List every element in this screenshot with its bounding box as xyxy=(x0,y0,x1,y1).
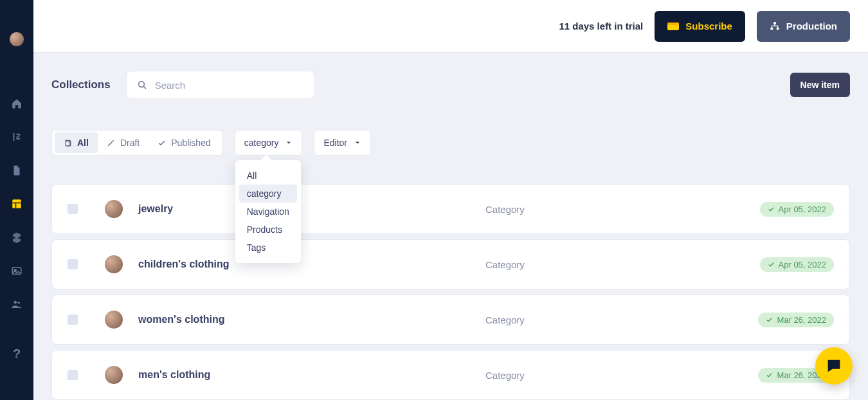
collections-icon[interactable] xyxy=(11,198,23,212)
chat-fab[interactable] xyxy=(815,347,853,385)
table-row[interactable]: children's clothingCategoryApr 05, 2022 xyxy=(51,239,850,289)
row-title: men's clothing xyxy=(138,369,485,381)
check-icon xyxy=(766,372,773,379)
check-icon xyxy=(158,139,166,147)
row-checkbox[interactable] xyxy=(68,204,78,214)
status-filter-group: All Draft Published xyxy=(51,130,223,156)
header-row: Collections New item xyxy=(51,71,850,99)
row-date-badge: Mar 26, 2022 xyxy=(758,313,834,327)
filter-published[interactable]: Published xyxy=(149,132,220,153)
credit-card-icon xyxy=(667,23,679,30)
row-checkbox[interactable] xyxy=(68,259,78,269)
stack-icon xyxy=(64,139,72,147)
help-icon[interactable]: ? xyxy=(13,347,21,361)
sidebar-nav xyxy=(11,98,23,313)
home-icon[interactable] xyxy=(11,98,23,112)
category-option[interactable]: category xyxy=(239,185,297,203)
editor-filter-label: Editor xyxy=(323,138,347,148)
svg-point-6 xyxy=(17,302,20,304)
row-date: Mar 26, 2022 xyxy=(777,315,826,325)
users-icon[interactable] xyxy=(11,298,23,313)
topbar: 11 days left in trial Subscribe Producti… xyxy=(33,0,868,53)
table-row[interactable]: women's clothingCategoryMar 26, 2022 xyxy=(51,295,850,345)
search-input[interactable] xyxy=(155,80,304,91)
category-option[interactable]: Tags xyxy=(239,239,297,257)
svg-rect-0 xyxy=(12,199,21,208)
svg-rect-8 xyxy=(770,28,773,30)
row-date: Apr 05, 2022 xyxy=(779,260,826,269)
check-icon xyxy=(768,206,775,213)
category-filter[interactable]: category AllcategoryNavigationProductsTa… xyxy=(235,130,303,156)
row-date-badge: Apr 05, 2022 xyxy=(760,257,834,272)
svg-line-11 xyxy=(143,87,145,89)
category-option[interactable]: All xyxy=(239,167,297,185)
row-date-badge: Apr 05, 2022 xyxy=(760,202,834,217)
table-row[interactable]: men's clothingCategoryMar 26, 2022 xyxy=(51,350,850,400)
production-button[interactable]: Production xyxy=(757,11,850,42)
svg-rect-9 xyxy=(776,28,779,30)
row-title: jewelry xyxy=(138,203,485,215)
row-avatar xyxy=(105,311,123,329)
chevron-down-icon xyxy=(285,139,293,147)
row-category: Category xyxy=(485,259,760,270)
new-item-button[interactable]: New item xyxy=(790,73,850,97)
avatar[interactable] xyxy=(10,32,24,46)
content: Collections New item All Draft Publi xyxy=(33,53,868,400)
subscribe-label: Subscribe xyxy=(685,21,732,32)
filter-all[interactable]: All xyxy=(55,132,98,153)
check-icon xyxy=(768,261,775,268)
row-category: Category xyxy=(485,204,760,215)
category-filter-label: category xyxy=(244,138,279,148)
chat-icon xyxy=(825,357,843,375)
row-avatar xyxy=(105,200,123,218)
table-row[interactable]: jewelryCategoryApr 05, 2022 xyxy=(51,184,850,234)
filter-draft-label: Draft xyxy=(120,138,140,148)
subscribe-button[interactable]: Subscribe xyxy=(655,11,745,42)
category-dropdown: AllcategoryNavigationProductsTags xyxy=(235,160,301,263)
check-icon xyxy=(766,316,773,323)
sitemap-icon xyxy=(770,21,780,32)
filter-published-label: Published xyxy=(171,138,211,148)
row-avatar xyxy=(105,366,123,384)
category-option[interactable]: Navigation xyxy=(239,203,297,221)
trial-text: 11 days left in trial xyxy=(559,21,643,32)
main: 11 days left in trial Subscribe Producti… xyxy=(33,0,868,400)
chevron-down-icon xyxy=(354,139,361,147)
sidebar: ? xyxy=(0,0,33,400)
editor-filter[interactable]: Editor xyxy=(314,130,371,156)
row-category: Category xyxy=(485,370,758,381)
blog-icon[interactable] xyxy=(11,131,23,145)
row-checkbox[interactable] xyxy=(68,370,78,380)
filters-row: All Draft Published category Allcategory… xyxy=(51,130,850,156)
search-wrap[interactable] xyxy=(126,71,315,99)
row-title: children's clothing xyxy=(138,259,485,270)
svg-rect-7 xyxy=(773,22,776,24)
svg-point-10 xyxy=(138,82,144,87)
media-icon[interactable] xyxy=(11,265,23,279)
filter-all-label: All xyxy=(77,138,89,148)
search-icon xyxy=(137,80,147,90)
row-date: Apr 05, 2022 xyxy=(779,205,826,214)
pencil-icon xyxy=(107,139,115,147)
svg-point-5 xyxy=(14,301,17,304)
filter-draft[interactable]: Draft xyxy=(98,132,149,153)
row-checkbox[interactable] xyxy=(68,314,78,325)
row-category: Category xyxy=(485,314,758,325)
production-label: Production xyxy=(786,21,837,32)
category-option[interactable]: Products xyxy=(239,221,297,239)
row-title: women's clothing xyxy=(138,314,485,325)
document-icon[interactable] xyxy=(11,165,23,179)
rows-list: jewelryCategoryApr 05, 2022children's cl… xyxy=(51,184,850,400)
page-title: Collections xyxy=(51,78,111,91)
packages-icon[interactable] xyxy=(11,232,23,246)
row-avatar xyxy=(105,255,123,273)
